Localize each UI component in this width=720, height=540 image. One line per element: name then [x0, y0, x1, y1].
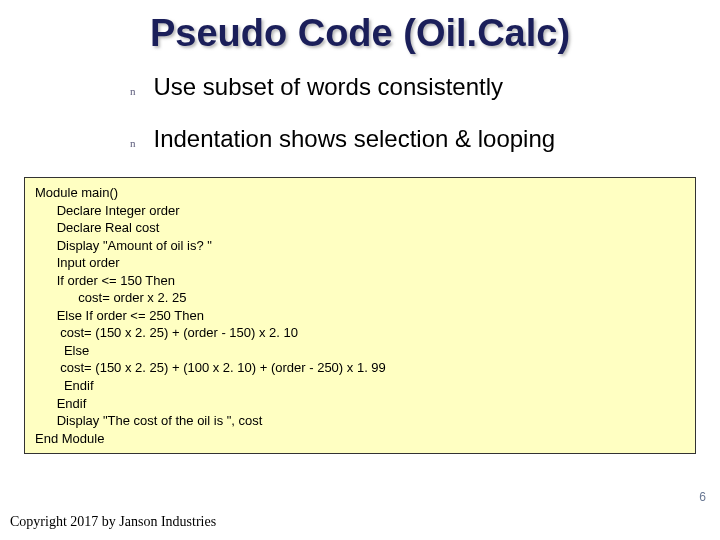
bullet-marker: n	[130, 137, 136, 149]
bullet-item: n Indentation shows selection & looping	[130, 125, 720, 153]
bullet-marker: n	[130, 85, 136, 97]
bullet-list: n Use subset of words consistently n Ind…	[130, 73, 720, 153]
code-box: Module main() Declare Integer order Decl…	[24, 177, 696, 454]
slide-title: Pseudo Code (Oil.Calc)	[0, 0, 720, 55]
bullet-text: Use subset of words consistently	[154, 73, 504, 101]
bullet-item: n Use subset of words consistently	[130, 73, 720, 101]
copyright-notice: Copyright 2017 by Janson Industries	[10, 514, 216, 530]
page-number: 6	[699, 490, 706, 504]
bullet-text: Indentation shows selection & looping	[154, 125, 556, 153]
